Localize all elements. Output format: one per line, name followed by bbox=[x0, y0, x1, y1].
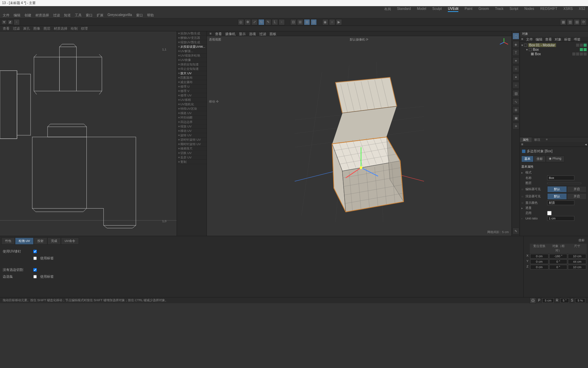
viewport-menu-item[interactable]: 过滤 bbox=[259, 32, 266, 35]
no-edge-cut-checkbox[interactable] bbox=[33, 268, 37, 272]
light-icon[interactable]: ☀ bbox=[512, 123, 519, 129]
uvtex-icon[interactable]: ▧ bbox=[512, 90, 519, 97]
uv-command[interactable]: UV解算... bbox=[177, 49, 207, 53]
mgr-menu-item[interactable]: 标签 bbox=[564, 37, 571, 41]
world-icon[interactable]: ⊕ bbox=[512, 106, 519, 113]
uv-command[interactable]: UV移相 bbox=[177, 98, 207, 102]
grid-icon[interactable]: ⊞ bbox=[304, 19, 310, 25]
attr-subtab[interactable]: ◉ Phong bbox=[546, 156, 565, 162]
submenu-item[interactable]: 绘制 bbox=[71, 26, 78, 31]
coord-input[interactable]: 0 cm bbox=[530, 259, 549, 264]
power-icon[interactable]: ⏻ bbox=[530, 297, 536, 304]
xaxis-icon[interactable]: ⊟ bbox=[290, 19, 296, 25]
poly-mode-icon[interactable]: ✦ bbox=[512, 74, 519, 80]
circle-icon[interactable]: ○ bbox=[512, 82, 519, 89]
workspace-tab[interactable]: XSRS bbox=[564, 7, 573, 12]
menu-item[interactable]: Greyscalegorilla bbox=[108, 13, 132, 17]
tool-icon[interactable]: ▫ bbox=[279, 19, 285, 25]
bottom-tab[interactable]: UV命令 bbox=[61, 237, 79, 245]
uv-command[interactable]: 特殊UV区块 bbox=[177, 107, 207, 111]
workspace-tab[interactable]: UVEdit bbox=[448, 7, 458, 12]
mgr-menu-item[interactable]: ≡ bbox=[521, 37, 523, 41]
uv-command[interactable]: 体积全知知道 bbox=[177, 62, 207, 67]
coord-input[interactable]: 0 cm bbox=[530, 265, 549, 270]
workspace-tab[interactable]: Groom bbox=[478, 7, 489, 12]
name-input[interactable] bbox=[547, 175, 574, 180]
viewport-menu-item[interactable]: 选项 bbox=[249, 32, 256, 35]
coord-input[interactable]: 10 cm bbox=[568, 265, 586, 270]
layer-input[interactable] bbox=[547, 183, 581, 184]
uv-command[interactable]: 从投影设置UVW... bbox=[177, 45, 207, 49]
enable-checkbox[interactable] bbox=[547, 211, 552, 215]
cube-icon[interactable]: ◈ bbox=[512, 41, 519, 48]
layout-icon[interactable]: ▤ bbox=[574, 19, 580, 25]
axis-z[interactable]: Z bbox=[7, 20, 13, 25]
workspace-tab[interactable]: Sculpt bbox=[432, 7, 442, 12]
axis-gizmo-icon[interactable] bbox=[499, 37, 509, 47]
mgr-menu-item[interactable]: 查看 bbox=[545, 37, 552, 41]
uv-command[interactable]: 匹配面布 bbox=[177, 76, 207, 80]
tool-icon[interactable]: L bbox=[272, 19, 278, 25]
refresh-icon[interactable]: ⟳ bbox=[581, 19, 587, 25]
viewport-menu-item[interactable]: 面板 bbox=[270, 32, 276, 35]
point-mode-icon[interactable]: ✦ bbox=[512, 57, 519, 64]
menu-item[interactable]: 编辑 bbox=[14, 13, 20, 17]
tree-row[interactable]: Box bbox=[521, 52, 587, 56]
bottom-tab[interactable]: 松弛 UV bbox=[15, 237, 34, 245]
uv-command[interactable]: 复制 bbox=[177, 160, 207, 164]
submenu-item[interactable]: 图层 bbox=[44, 26, 50, 31]
bottom-tab[interactable]: 完成 bbox=[47, 237, 61, 245]
uv-command[interactable]: 缩放UV围生成 bbox=[177, 40, 207, 45]
snap-icon[interactable]: ⊡ bbox=[311, 19, 317, 25]
submenu-item[interactable]: 图像 bbox=[33, 26, 40, 31]
menu-item[interactable]: 过滤 bbox=[53, 13, 60, 17]
uv-command[interactable]: UV映像 bbox=[177, 58, 207, 62]
live-select-icon[interactable]: ◎ bbox=[238, 19, 244, 25]
viewport-menu-item[interactable]: 显示 bbox=[239, 32, 246, 35]
menu-item[interactable]: 文件 bbox=[3, 13, 10, 17]
submenu-item[interactable]: 查看 bbox=[3, 26, 10, 31]
brush-icon[interactable]: ✎ bbox=[265, 19, 271, 25]
uv-command[interactable]: 移师库尺 bbox=[177, 147, 207, 151]
uv-command[interactable]: UV缩放并松弛 bbox=[177, 53, 207, 58]
attr-tab[interactable]: 属性 bbox=[520, 137, 532, 142]
uv-command[interactable]: 缩放 UV bbox=[177, 124, 207, 129]
opivot-icon[interactable]: ○ bbox=[329, 19, 335, 25]
use-uv-pin-checkbox[interactable] bbox=[33, 250, 37, 253]
attr-subtab[interactable]: 基本 bbox=[521, 156, 534, 162]
3d-viewport[interactable]: ≡查看摄像机显示选项过滤面板 透视视图 默认摄像机 ⟳ 移动 ✣ bbox=[207, 31, 512, 236]
tree-row[interactable]: ▾ Box 01 - Modular bbox=[521, 43, 587, 47]
mgr-menu-item[interactable]: 编辑 bbox=[536, 37, 542, 41]
move-step-input[interactable]: 5 cm bbox=[542, 298, 554, 303]
wpivot-icon[interactable]: ◉ bbox=[322, 19, 328, 25]
uv-command[interactable]: 放大 UV bbox=[177, 71, 207, 76]
editor-vis-toggle[interactable]: 默认开启 bbox=[547, 186, 587, 193]
coord-input[interactable]: 0 cm bbox=[530, 254, 549, 259]
mgr-menu-item[interactable]: 书签 bbox=[574, 37, 581, 41]
menu-item[interactable]: 窗口 bbox=[86, 13, 93, 17]
rotate-icon[interactable]: ↻ bbox=[258, 19, 264, 25]
menu-item[interactable]: 扩展 bbox=[97, 13, 103, 17]
yaxis-icon[interactable]: ⊞ bbox=[297, 19, 303, 25]
tree-row[interactable]: ▾ Box bbox=[521, 47, 587, 52]
display-color-input[interactable] bbox=[547, 200, 574, 205]
tool-icon[interactable]: ▫ bbox=[14, 19, 20, 25]
workspace-tab[interactable]: REDSHIFT bbox=[540, 7, 557, 12]
menu-item[interactable]: 知道 bbox=[64, 13, 71, 17]
uv-command[interactable]: 添加UV数生成 bbox=[177, 31, 207, 36]
submenu-item[interactable]: 展孔 bbox=[23, 26, 30, 31]
scale-step-input[interactable]: 5 % bbox=[575, 298, 585, 303]
mgr-menu-item[interactable]: 对象 bbox=[555, 37, 561, 41]
uv-command[interactable]: 修理 UV bbox=[177, 93, 207, 98]
menu-item[interactable]: 帮助 bbox=[147, 13, 154, 17]
attr-tab[interactable]: 标注 bbox=[532, 137, 543, 142]
render-icon[interactable]: ▶ bbox=[336, 19, 342, 25]
unit-input[interactable] bbox=[547, 216, 574, 221]
submenu-item[interactable]: 纹理 bbox=[81, 26, 88, 31]
use-tag-checkbox[interactable] bbox=[33, 257, 37, 260]
layout-icon[interactable]: ▥ bbox=[567, 19, 573, 25]
uv-command[interactable]: 切换 UV bbox=[177, 151, 207, 155]
attr-tab[interactable]: ≡ bbox=[543, 137, 550, 142]
mgr-menu-item[interactable]: 文件 bbox=[526, 37, 533, 41]
coord-input[interactable]: 0 ° bbox=[549, 265, 568, 270]
